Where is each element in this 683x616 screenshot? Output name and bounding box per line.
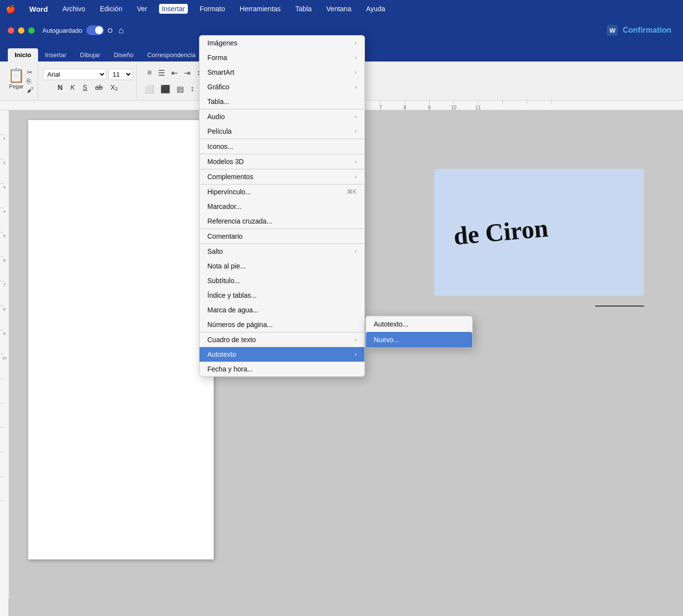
tab-inicio[interactable]: Inicio xyxy=(8,48,38,62)
autotexto-submenu: Autotexto... Nuevo... xyxy=(365,316,473,348)
handwriting-image-area: de Ciron ero xyxy=(434,169,644,296)
svg-text:9: 9 xyxy=(3,331,6,336)
apple-icon[interactable]: 🍎 xyxy=(6,4,16,14)
menu-item-cuadro-texto[interactable]: Cuadro de texto › xyxy=(200,332,364,347)
list-icon[interactable]: ☰ xyxy=(156,67,167,79)
svg-text:5: 5 xyxy=(3,234,6,238)
smartart-label: SmartArt xyxy=(207,68,234,76)
line-spacing2-icon[interactable]: ↕ xyxy=(188,83,197,95)
mac-menubar: 🍎 Word Archivo Edición Ver Insertar Form… xyxy=(0,0,683,18)
comentario-label: Comentario xyxy=(207,232,242,240)
tab-insertar[interactable]: Insertar xyxy=(38,48,73,62)
numeros-pagina-label: Números de página... xyxy=(207,321,273,329)
format-painter-icon[interactable]: 🖌 xyxy=(27,86,34,93)
tab-correspondencia[interactable]: Correspondencia xyxy=(141,48,202,62)
pegar-label: Pegar xyxy=(9,83,23,89)
complementos-chevron: › xyxy=(355,173,357,180)
align-left-icon[interactable]: ⬜ xyxy=(142,83,157,95)
home-button[interactable]: ⌂ xyxy=(119,25,124,36)
copy-icon[interactable]: ⎘ xyxy=(27,78,34,84)
italic-button[interactable]: K xyxy=(67,82,78,93)
menu-herramientas[interactable]: Herramientas xyxy=(237,4,283,14)
grafico-chevron: › xyxy=(355,83,357,90)
marca-agua-label: Marca de agua... xyxy=(207,306,259,314)
iconos-label: Iconos... xyxy=(207,143,233,150)
indent-right-icon[interactable]: ⇥ xyxy=(181,67,193,79)
menu-item-audio[interactable]: Audio › xyxy=(200,109,364,124)
forma-chevron: › xyxy=(355,54,357,61)
close-button[interactable] xyxy=(8,27,14,34)
menu-insertar[interactable]: Insertar xyxy=(159,4,188,14)
menu-item-comentario[interactable]: Comentario xyxy=(200,229,364,244)
pegar-button[interactable]: 📋 Pegar xyxy=(8,69,25,93)
strikethrough-button[interactable]: ab xyxy=(92,82,106,93)
svg-text:10: 10 xyxy=(2,356,7,360)
menu-tabla[interactable]: Tabla xyxy=(292,4,314,14)
forma-label: Forma xyxy=(207,54,227,62)
svg-text:2: 2 xyxy=(3,161,6,165)
menu-item-numeros-pagina[interactable]: Números de página... xyxy=(200,317,364,332)
smartart-chevron: › xyxy=(355,69,357,76)
submenu-autotexto[interactable]: Autotexto... xyxy=(366,316,472,332)
line-spacing-icon[interactable]: ≡ xyxy=(145,67,154,79)
menu-word[interactable]: Word xyxy=(26,4,51,14)
bold-button[interactable]: N xyxy=(55,82,65,93)
autotexto-label: Autotexto xyxy=(207,350,236,358)
menu-item-marcador[interactable]: Marcador... xyxy=(200,199,364,214)
imagenes-label: Imágenes xyxy=(207,39,237,47)
menu-item-nota-pie[interactable]: Nota al pie... xyxy=(200,259,364,273)
menu-item-marca-agua[interactable]: Marca de agua... xyxy=(200,303,364,317)
cut-icon[interactable]: ✂ xyxy=(27,69,34,76)
modelos3d-chevron: › xyxy=(355,158,357,165)
menu-item-fecha-hora[interactable]: Fecha y hora... xyxy=(200,362,364,376)
maximize-button[interactable] xyxy=(28,27,35,34)
subscript-button[interactable]: X₂ xyxy=(108,82,121,93)
font-size-select[interactable]: 11 xyxy=(108,69,133,80)
submenu-nuevo[interactable]: Nuevo... xyxy=(366,332,472,348)
menu-edicion[interactable]: Edición xyxy=(97,4,125,14)
align-right-icon[interactable]: ▤ xyxy=(174,83,186,95)
menu-item-smartart[interactable]: SmartArt › xyxy=(200,65,364,80)
title-bar-center: W Confirmation xyxy=(124,25,675,36)
menu-ayuda[interactable]: Ayuda xyxy=(363,4,388,14)
menu-item-tabla[interactable]: Tabla... xyxy=(200,94,364,109)
indent-left-icon[interactable]: ⇤ xyxy=(169,67,180,79)
cuadro-texto-label: Cuadro de texto xyxy=(207,336,256,344)
font-group: Arial 11 N K S ab X₂ xyxy=(39,63,137,99)
menu-item-modelos3d[interactable]: Modelos 3D › xyxy=(200,154,364,169)
svg-text:10: 10 xyxy=(451,105,457,110)
menu-item-iconos[interactable]: Iconos... xyxy=(200,139,364,154)
doc-title: Confirmation xyxy=(623,26,671,35)
menu-formato[interactable]: Formato xyxy=(197,4,228,14)
indice-tablas-label: Índice y tablas... xyxy=(207,291,257,299)
menu-ver[interactable]: Ver xyxy=(134,4,150,14)
menu-item-grafico[interactable]: Gráfico › xyxy=(200,80,364,94)
minimize-button[interactable] xyxy=(18,27,24,34)
menu-ventana[interactable]: Ventana xyxy=(323,4,354,14)
underline-button[interactable]: S xyxy=(80,82,90,93)
tab-diseno[interactable]: Diseño xyxy=(107,48,140,62)
menu-item-indice-tablas[interactable]: Índice y tablas... xyxy=(200,288,364,303)
menu-archivo[interactable]: Archivo xyxy=(60,4,88,14)
svg-text:7: 7 xyxy=(3,283,6,287)
menu-item-autotexto[interactable]: Autotexto › Autotexto... Nuevo... xyxy=(200,347,364,362)
menu-item-pelicula[interactable]: Película › xyxy=(200,124,364,139)
pegar-group: 📋 Pegar ✂ ⎘ 🖌 xyxy=(4,63,38,99)
menu-item-subtitulo[interactable]: Subtítulo... xyxy=(200,273,364,288)
font-name-select[interactable]: Arial xyxy=(43,69,106,80)
menu-item-forma[interactable]: Forma › xyxy=(200,50,364,65)
tab-dibujar[interactable]: Dibujar xyxy=(73,48,107,62)
menu-item-salto[interactable]: Salto › xyxy=(200,244,364,259)
menu-item-hipervinculo[interactable]: Hipervínculo... ⌘K xyxy=(200,185,364,199)
svg-text:6: 6 xyxy=(3,258,6,263)
document-page[interactable] xyxy=(28,120,214,559)
autoguardado-toggle[interactable] xyxy=(86,25,104,35)
menu-item-referencia-cruzada[interactable]: Referencia cruzada... xyxy=(200,214,364,229)
menu-item-imagenes[interactable]: Imágenes › xyxy=(200,36,364,50)
subtitulo-label: Subtítulo... xyxy=(207,277,240,285)
svg-text:3: 3 xyxy=(3,185,6,189)
insertar-menu: Imágenes › Forma › SmartArt › Gráfico › … xyxy=(199,35,365,377)
menu-item-complementos[interactable]: Complementos › xyxy=(200,169,364,185)
autoguardado-section: Autoguardado O xyxy=(42,25,113,35)
align-center-icon[interactable]: ⬛ xyxy=(158,83,173,95)
